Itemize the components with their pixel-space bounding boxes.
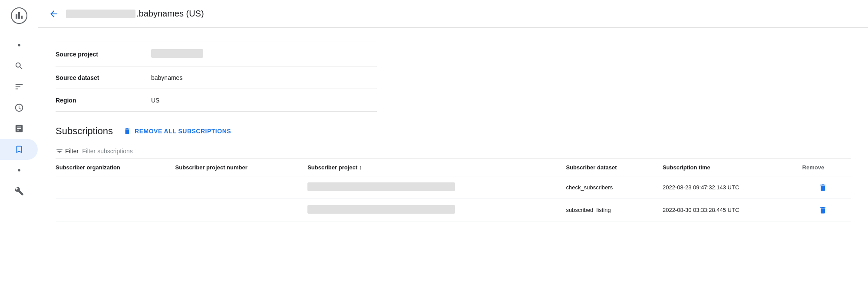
- subscriptions-table-wrapper: Subscriber organization Subscriber proje…: [56, 159, 851, 221]
- source-project-value: [151, 49, 203, 59]
- filter-label: Filter: [65, 148, 79, 155]
- col-remove: Remove: [802, 159, 851, 176]
- filter-icon: [56, 147, 63, 155]
- content-area: Source project Source dataset babynames …: [38, 28, 868, 304]
- cell-dataset-1: check_subscribers: [566, 176, 662, 199]
- cell-org-2: [56, 199, 175, 221]
- region-value: US: [151, 97, 159, 104]
- svg-rect-1: [16, 14, 17, 19]
- info-row-source-project: Source project: [56, 42, 377, 66]
- info-row-region: Region US: [56, 89, 377, 112]
- subscriptions-title: Subscriptions: [56, 126, 113, 137]
- info-table: Source project Source dataset babynames …: [56, 42, 377, 112]
- cell-dataset-2: subscribed_listing: [566, 199, 662, 221]
- cell-proj-num-1: [175, 176, 308, 199]
- col-subscription-time: Subscription time: [663, 159, 802, 176]
- cell-time-1: 2022-08-23 09:47:32.143 UTC: [663, 176, 802, 199]
- sidebar-item-wrench[interactable]: [0, 181, 38, 202]
- header: .babynames (US): [38, 0, 868, 28]
- filter-bar: Filter: [56, 144, 851, 159]
- cell-proj-blurred-1: [307, 182, 455, 191]
- source-dataset-value: babynames: [151, 74, 182, 81]
- filter-icon-group: Filter: [56, 147, 79, 155]
- svg-point-4: [18, 44, 20, 46]
- sort-arrow-icon: ↑: [359, 164, 362, 171]
- sidebar-item-filter[interactable]: [0, 76, 38, 97]
- sidebar-item-dot[interactable]: [0, 35, 38, 56]
- svg-rect-3: [21, 16, 23, 19]
- sidebar-item-chart[interactable]: [0, 118, 38, 139]
- project-name-blurred: [66, 10, 135, 18]
- source-project-blurred: [151, 49, 203, 58]
- table-row: subscribed_listing 2022-08-30 03:33:28.4…: [56, 199, 851, 221]
- back-button[interactable]: [49, 9, 59, 19]
- subscriptions-table: Subscriber organization Subscriber proje…: [56, 159, 851, 221]
- sidebar-item-analytics[interactable]: [0, 139, 38, 160]
- table-row: check_subscribers 2022-08-23 09:47:32.14…: [56, 176, 851, 199]
- cell-proj-2: [307, 199, 566, 221]
- source-project-label: Source project: [56, 51, 151, 58]
- cell-remove-2: [802, 199, 851, 221]
- col-subscriber-project[interactable]: Subscriber project ↑: [307, 159, 566, 176]
- remove-row-1-button[interactable]: [802, 183, 844, 192]
- cell-proj-1: [307, 176, 566, 199]
- col-subscriber-dataset: Subscriber dataset: [566, 159, 662, 176]
- sidebar: [0, 0, 38, 304]
- cell-org-1: [56, 176, 175, 199]
- remove-row-2-button[interactable]: [802, 206, 844, 215]
- svg-rect-2: [18, 12, 20, 19]
- cell-remove-1: [802, 176, 851, 199]
- filter-input[interactable]: [82, 148, 851, 155]
- page-title: .babynames (US): [66, 9, 204, 19]
- sidebar-item-dot2[interactable]: [0, 160, 38, 181]
- svg-point-5: [18, 169, 20, 172]
- remove-all-button[interactable]: REMOVE ALL SUBSCRIPTIONS: [123, 127, 231, 135]
- region-label: Region: [56, 97, 151, 104]
- subscriptions-header: Subscriptions REMOVE ALL SUBSCRIPTIONS: [56, 126, 851, 137]
- source-dataset-label: Source dataset: [56, 74, 151, 81]
- main-content: .babynames (US) Source project Source da…: [38, 0, 868, 304]
- cell-proj-blurred-2: [307, 205, 455, 214]
- col-subscriber-project-num: Subscriber project number: [175, 159, 308, 176]
- title-suffix: .babynames (US): [136, 9, 204, 19]
- logo-icon[interactable]: [7, 3, 31, 28]
- info-row-source-dataset: Source dataset babynames: [56, 66, 377, 89]
- cell-time-2: 2022-08-30 03:33:28.445 UTC: [663, 199, 802, 221]
- cell-proj-num-2: [175, 199, 308, 221]
- sidebar-item-search[interactable]: [0, 56, 38, 76]
- remove-all-label: REMOVE ALL SUBSCRIPTIONS: [135, 128, 231, 135]
- sidebar-item-clock[interactable]: [0, 97, 38, 118]
- col-subscriber-org: Subscriber organization: [56, 159, 175, 176]
